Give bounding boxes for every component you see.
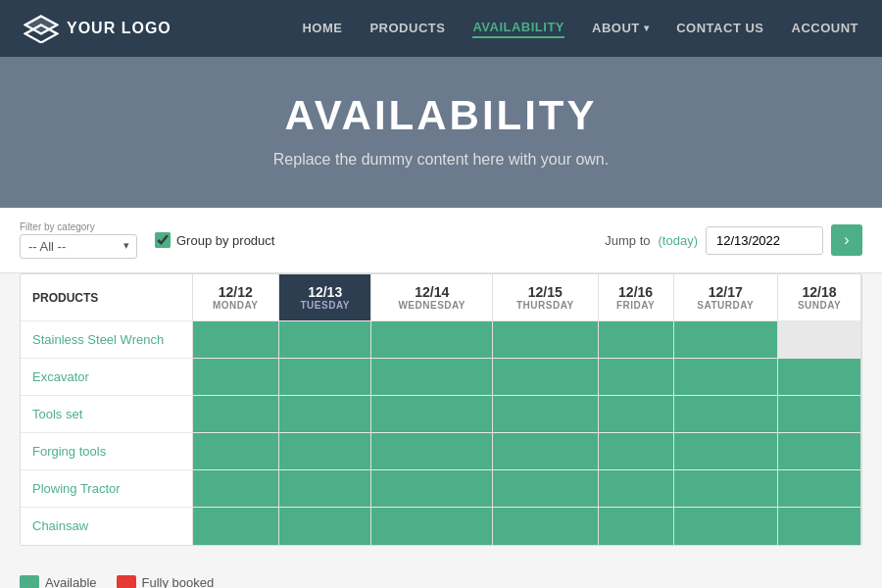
date-num-1: 12/13 [283, 284, 368, 300]
nav-menu: HOME PRODUCTS AVAILABILITY ABOUT ▾ CONTA… [302, 20, 858, 38]
availability-cell[interactable] [778, 359, 861, 396]
date-num-4: 12/16 [603, 284, 669, 300]
date-num-5: 12/17 [678, 284, 774, 300]
availability-cell[interactable] [278, 396, 371, 433]
table-header-row: PRODUCTS 12/12 MONDAY 12/13 TUESDAY 12/1… [21, 274, 861, 321]
availability-cell[interactable] [371, 508, 493, 545]
legend-available-box [20, 575, 39, 588]
nav-contact[interactable]: CONTACT US [676, 21, 763, 37]
date-num-2: 12/14 [375, 284, 488, 300]
product-cell[interactable]: Forging tools [21, 433, 192, 470]
availability-cell[interactable] [278, 508, 371, 545]
availability-cell[interactable] [673, 508, 778, 545]
day-name-5: SATURDAY [678, 300, 774, 311]
availability-cell[interactable] [192, 321, 278, 359]
availability-cell[interactable] [598, 470, 673, 508]
availability-cell[interactable] [278, 359, 371, 396]
jump-today-link[interactable]: (today) [659, 233, 698, 248]
jump-button[interactable]: › [831, 224, 862, 256]
availability-cell[interactable] [598, 396, 673, 433]
hero-subtitle: Replace the dummy content here with your… [20, 151, 862, 169]
day-name-4: FRIDAY [603, 300, 669, 311]
nav-products[interactable]: PRODUCTS [369, 21, 445, 37]
navbar: YOUR LOGO HOME PRODUCTS AVAILABILITY ABO… [0, 0, 882, 57]
chevron-down-icon: ▾ [644, 23, 650, 33]
product-cell[interactable]: Chainsaw [21, 508, 192, 545]
availability-cell[interactable] [192, 470, 278, 508]
filter-label: Filter by category [20, 221, 137, 232]
availability-cell[interactable] [673, 470, 778, 508]
availability-cell[interactable] [371, 433, 493, 470]
availability-cell[interactable] [278, 321, 371, 359]
availability-cell[interactable] [598, 508, 673, 545]
calendar-table-wrapper: PRODUCTS 12/12 MONDAY 12/13 TUESDAY 12/1… [20, 273, 862, 546]
availability-cell[interactable] [778, 508, 861, 545]
date-num-0: 12/12 [197, 284, 274, 300]
col-header-1: 12/13 TUESDAY [278, 274, 371, 321]
controls-left: Filter by category -- All -- ▾ Group by … [20, 221, 274, 259]
day-name-1: TUESDAY [283, 300, 368, 311]
product-cell[interactable]: Tools set [21, 396, 192, 433]
availability-cell[interactable] [598, 433, 673, 470]
nav-availability[interactable]: AVAILABILITY [472, 20, 564, 38]
availability-cell[interactable] [192, 396, 278, 433]
product-cell[interactable]: Excavator [21, 359, 192, 396]
nav-account[interactable]: ACCOUNT [792, 21, 859, 37]
product-cell[interactable]: Stainless Steel Wrench [21, 321, 192, 359]
availability-cell[interactable] [492, 433, 598, 470]
availability-cell[interactable] [371, 321, 493, 359]
availability-cell[interactable] [778, 433, 861, 470]
col-header-6: 12/18 SUNDAY [778, 274, 861, 321]
availability-cell[interactable] [673, 321, 778, 359]
col-header-5: 12/17 SATURDAY [673, 274, 778, 321]
table-row: Plowing Tractor [21, 470, 861, 508]
col-header-2: 12/14 WEDNESDAY [371, 274, 493, 321]
availability-cell[interactable] [371, 396, 493, 433]
date-input[interactable] [706, 226, 823, 255]
availability-cell[interactable] [778, 321, 861, 359]
table-row: Forging tools [21, 433, 861, 470]
availability-cell[interactable] [371, 470, 493, 508]
availability-cell[interactable] [492, 396, 598, 433]
availability-cell[interactable] [673, 433, 778, 470]
day-name-2: WEDNESDAY [375, 300, 488, 311]
availability-cell[interactable] [492, 359, 598, 396]
table-body: Stainless Steel WrenchExcavatorTools set… [21, 321, 861, 545]
table-row: Excavator [21, 359, 861, 396]
day-name-6: SUNDAY [782, 300, 857, 311]
availability-cell[interactable] [278, 470, 371, 508]
availability-cell[interactable] [673, 396, 778, 433]
table-row: Stainless Steel Wrench [21, 321, 861, 359]
group-by-product[interactable]: Group by product [155, 232, 274, 248]
availability-cell[interactable] [371, 359, 493, 396]
availability-cell[interactable] [598, 359, 673, 396]
product-cell[interactable]: Plowing Tractor [21, 470, 192, 508]
logo[interactable]: YOUR LOGO [24, 14, 172, 43]
availability-cell[interactable] [778, 470, 861, 508]
group-label: Group by product [176, 233, 274, 248]
hero-title: AVAILABILITY [20, 92, 862, 139]
filter-wrapper: Filter by category -- All -- ▾ [20, 221, 137, 259]
jump-label: Jump to [605, 233, 650, 248]
date-num-6: 12/18 [782, 284, 857, 300]
availability-cell[interactable] [673, 359, 778, 396]
group-checkbox[interactable] [155, 232, 171, 248]
availability-cell[interactable] [192, 508, 278, 545]
availability-cell[interactable] [598, 321, 673, 359]
nav-home[interactable]: HOME [302, 21, 342, 37]
controls-bar: Filter by category -- All -- ▾ Group by … [0, 208, 882, 273]
nav-about[interactable]: ABOUT ▾ [592, 21, 649, 37]
availability-cell[interactable] [492, 508, 598, 545]
availability-cell[interactable] [192, 359, 278, 396]
date-num-3: 12/15 [497, 284, 594, 300]
day-name-3: THURSDAY [497, 300, 594, 311]
availability-cell[interactable] [492, 470, 598, 508]
filter-select[interactable]: -- All -- [20, 234, 137, 259]
col-header-4: 12/16 FRIDAY [598, 274, 673, 321]
legend-available: Available [20, 575, 97, 589]
availability-cell[interactable] [492, 321, 598, 359]
availability-cell[interactable] [278, 433, 371, 470]
hero-section: AVAILABILITY Replace the dummy content h… [0, 57, 882, 208]
availability-cell[interactable] [778, 396, 861, 433]
availability-cell[interactable] [192, 433, 278, 470]
